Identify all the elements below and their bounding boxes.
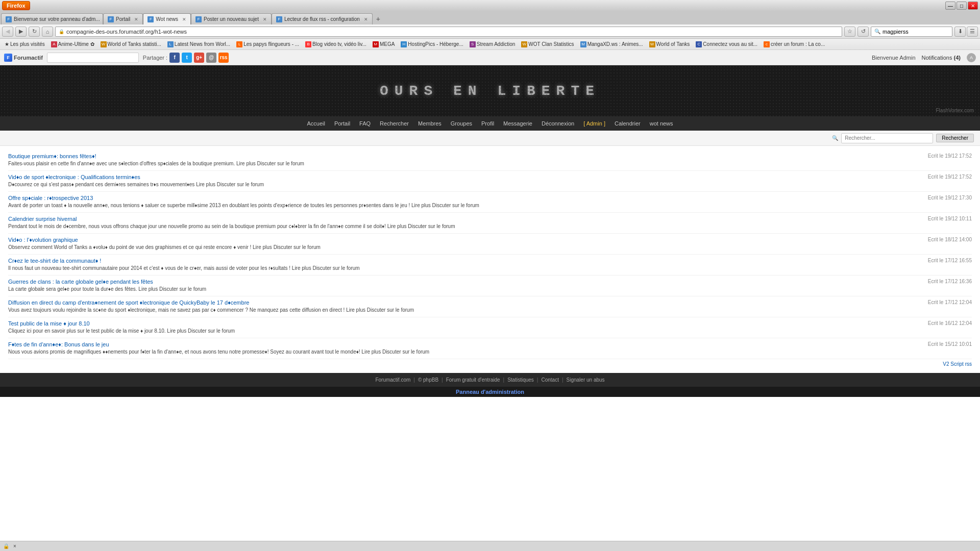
content-search-input[interactable]: [841, 133, 933, 143]
close-button[interactable]: ✕: [968, 2, 978, 10]
footer-link-signaler[interactable]: Signaler un abus: [567, 377, 605, 383]
tab-favicon-1: F: [6, 16, 12, 22]
nav-portail[interactable]: Portail: [334, 120, 350, 127]
forumactif-search-input[interactable]: [47, 53, 139, 63]
forumactif-right: Bienvenue Admin Notifications (4) A: [872, 53, 976, 62]
nav-membres[interactable]: Membres: [418, 120, 442, 127]
firefox-menu-button[interactable]: Firefox: [2, 1, 30, 10]
bookmark-mega[interactable]: M MEGA: [370, 41, 397, 48]
news-title-4[interactable]: Calendrier surprise hivernal: [8, 216, 77, 222]
tab-4[interactable]: F Poster un nouveau sujet ✕: [191, 13, 272, 24]
tab-1[interactable]: F Bienvenue sur votre panneau d'adm... ✕: [1, 13, 103, 24]
bookmark-wot[interactable]: W World of Tanks: [647, 41, 693, 48]
maximize-button[interactable]: □: [957, 2, 967, 10]
refresh-button[interactable]: ↺: [857, 27, 869, 37]
bookmark-wot-clan[interactable]: W WOT Clan Statistics: [519, 41, 576, 48]
news-date-5: Ecrit le 18/12 14:00: [928, 237, 972, 242]
nav-deconnexion[interactable]: Déconnexion: [542, 120, 574, 127]
news-title-1[interactable]: Boutique premium♦: bonnes fêtes♦!: [8, 153, 96, 159]
rss-link[interactable]: V2 Script rss: [8, 359, 972, 369]
welcome-text: Bienvenue Admin: [872, 55, 916, 61]
browser-chrome: Firefox — □ ✕ F Bienvenue sur votre pann…: [0, 0, 980, 50]
footer-link-phpbb[interactable]: © phpBB: [418, 377, 438, 383]
bookmark-wot-stats[interactable]: W World of Tanks statisti...: [98, 41, 164, 48]
menu-button[interactable]: ☰: [967, 27, 978, 37]
email-share-button[interactable]: @: [206, 53, 216, 63]
news-title-10[interactable]: F♦tes de fin d'ann♦e♦: Bonus dans le jeu: [8, 341, 109, 347]
nav-calendrier[interactable]: Calendrier: [615, 120, 641, 127]
footer-link-contact[interactable]: Contact: [541, 377, 558, 383]
bookmark-anime-ultime[interactable]: A Anime-Ultime ✿: [48, 41, 97, 48]
tab-3[interactable]: F Wot news ✕: [143, 13, 191, 24]
googleplus-share-button[interactable]: g+: [194, 53, 204, 63]
tab-close-2[interactable]: ✕: [134, 17, 138, 22]
footer-link-statistiques[interactable]: Statistiques: [507, 377, 534, 383]
forumactif-left: F Forumactif Partager : f t g+ @ rss: [4, 53, 229, 63]
news-item-left-2: Vid♦o de sport ♦lectronique : Qualificat…: [8, 174, 928, 188]
bookmark-favicon-8: H: [401, 41, 407, 47]
bookmark-manga[interactable]: M MangaXD.ws : Animes...: [578, 41, 646, 48]
tab-5[interactable]: F Lecteur de flux rss - configuration ✕: [272, 13, 373, 24]
nav-wot-news[interactable]: wot news: [650, 120, 673, 127]
bookmark-label-9: Stream Addiction: [477, 41, 516, 47]
bookmark-creer-forum[interactable]: c créer un forum : La co...: [761, 41, 827, 48]
bookmark-favicon-2: A: [51, 41, 57, 47]
news-title-3[interactable]: Offre sp♦ciale : r♦trospective 2013: [8, 195, 93, 201]
admin-panel-bar: Panneau d'administration: [0, 387, 980, 397]
news-date-7: Ecrit le 17/12 16:36: [928, 279, 972, 284]
nav-admin[interactable]: [ Admin ]: [583, 120, 605, 127]
bookmark-favicon-9: S: [470, 41, 476, 47]
reload-button[interactable]: ↻: [29, 27, 40, 37]
forward-button[interactable]: ▶: [15, 27, 27, 37]
browser-search-box[interactable]: 🔍 magpierss: [871, 27, 952, 37]
nav-groupes[interactable]: Groupes: [451, 120, 472, 127]
search-icon: 🔍: [874, 29, 880, 34]
tab-close-5[interactable]: ✕: [364, 17, 368, 22]
nav-messagerie[interactable]: Messagerie: [503, 120, 532, 127]
news-desc-7: La carte globale sera gel♦e pour toute l…: [8, 286, 918, 293]
address-bar[interactable]: 🔒 compagnie-des-ours.forumactif.org/h1-w…: [55, 27, 842, 37]
twitter-share-button[interactable]: t: [182, 53, 192, 63]
footer-link-forumactif[interactable]: Forumactif.com: [375, 377, 410, 383]
minimize-button[interactable]: —: [945, 2, 955, 10]
tab-2[interactable]: F Portail ✕: [103, 13, 143, 24]
tab-close-3[interactable]: ✕: [182, 17, 186, 22]
news-title-8[interactable]: Diffusion en direct du camp d'entra♦neme…: [8, 299, 249, 306]
footer-link-forum-gratuit[interactable]: Forum gratuit d'entraide: [446, 377, 500, 383]
back-button[interactable]: ◀: [2, 27, 13, 37]
bookmark-blog[interactable]: B Blog video tv, vidéo liv...: [303, 41, 369, 48]
home-button[interactable]: ⌂: [42, 27, 53, 37]
bookmark-label-2: Anime-Ultime ✿: [58, 41, 94, 47]
bookmark-latest-news[interactable]: L Latest News from Worl...: [165, 41, 233, 48]
forumactif-bar: F Forumactif Partager : f t g+ @ rss Bie…: [0, 50, 980, 65]
tab-close-4[interactable]: ✕: [263, 17, 267, 22]
download-button[interactable]: ⬇: [954, 27, 966, 37]
rss-share-button[interactable]: rss: [218, 53, 229, 63]
facebook-share-button[interactable]: f: [169, 53, 180, 63]
bookmark-label-7: MEGA: [380, 41, 395, 47]
new-tab-button[interactable]: +: [373, 13, 384, 24]
content-search-button[interactable]: Rechercher: [936, 134, 974, 142]
news-title-7[interactable]: Guerres de clans : la carte globale gel♦…: [8, 279, 153, 285]
bookmark-papys[interactable]: L Les papys flingueurs - ...: [234, 41, 302, 48]
bookmark-connectez[interactable]: C Connectez vous au sit...: [693, 41, 760, 48]
news-title-2[interactable]: Vid♦o de sport ♦lectronique : Qualificat…: [8, 174, 140, 180]
news-title-9[interactable]: Test public de la mise ♦ jour 8.10: [8, 320, 90, 327]
bookmark-button[interactable]: ☆: [844, 27, 855, 37]
nav-rechercher[interactable]: Rechercher: [380, 120, 409, 127]
bookmark-label-12: World of Tanks: [656, 41, 690, 47]
news-item-left-7: Guerres de clans : la carte globale gel♦…: [8, 279, 928, 293]
news-title-5[interactable]: Vid♦o : l'♦volution graphique: [8, 237, 78, 243]
nav-profil[interactable]: Profil: [481, 120, 494, 127]
news-title-6[interactable]: Cr♦ez le tee-shirt de la communaut♦ !: [8, 258, 101, 264]
admin-panel-link[interactable]: Panneau d'administration: [456, 389, 524, 395]
user-avatar-icon[interactable]: A: [967, 53, 976, 62]
bookmark-hostingpics[interactable]: H HostingPics - Héberge...: [398, 41, 465, 48]
news-desc-4: Pendant tout le mois de d♦cembre, nous v…: [8, 223, 918, 230]
nav-faq[interactable]: FAQ: [359, 120, 371, 127]
bookmark-favicon-7: M: [373, 41, 379, 47]
bookmark-les-plus-visites[interactable]: ★ Les plus visités: [2, 41, 47, 47]
notifications-link[interactable]: Notifications (4): [922, 55, 961, 61]
bookmark-stream[interactable]: S Stream Addiction: [467, 41, 518, 48]
nav-accueil[interactable]: Accueil: [307, 120, 325, 127]
